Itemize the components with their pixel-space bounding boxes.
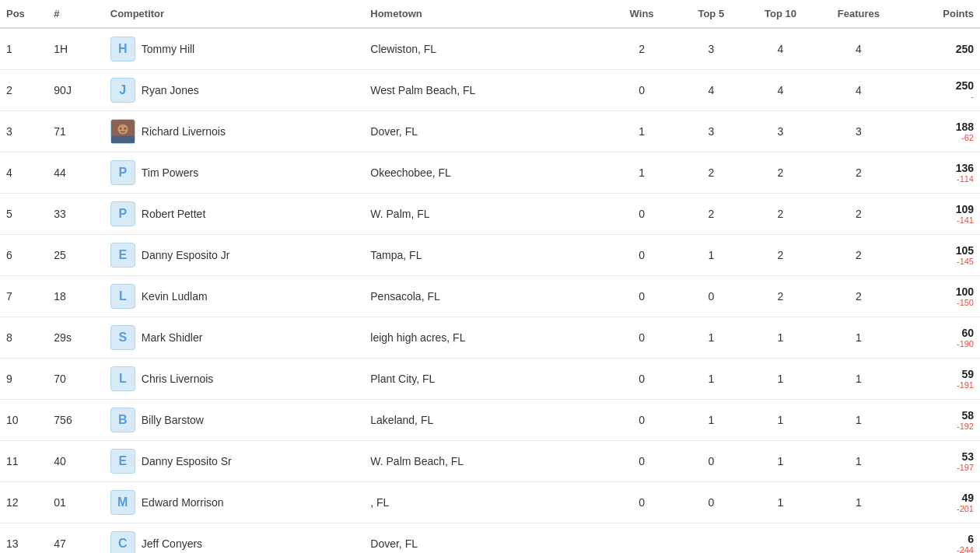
cell-num: 90J bbox=[47, 70, 103, 111]
cell-pos: 5 bbox=[0, 194, 47, 235]
table-row: 625EDanny Esposito JrTampa, FL0122105-14… bbox=[0, 235, 980, 276]
cell-top10: 2 bbox=[746, 152, 815, 194]
cell-pos: 6 bbox=[0, 235, 47, 276]
table-row: 1347CJeff ConyersDover, FL6-244 bbox=[0, 523, 980, 554]
cell-num: 756 bbox=[47, 400, 103, 441]
cell-top5: 1 bbox=[677, 235, 746, 276]
competitor-name: Robert Pettet bbox=[142, 208, 206, 220]
cell-pos: 11 bbox=[0, 441, 47, 482]
cell-top10: 2 bbox=[746, 276, 815, 317]
svg-point-1 bbox=[117, 124, 128, 135]
cell-top10: 1 bbox=[746, 441, 815, 482]
points-value: 105 bbox=[956, 244, 974, 257]
header-wins: Wins bbox=[607, 0, 676, 28]
cell-hometown: Dover, FL bbox=[364, 111, 607, 152]
points-diff: - bbox=[908, 92, 974, 101]
cell-num: 40 bbox=[47, 441, 103, 482]
cell-pos: 10 bbox=[0, 400, 47, 441]
cell-hometown: leigh high acres, FL bbox=[364, 317, 607, 359]
cell-wins: 0 bbox=[607, 400, 676, 441]
cell-features: 3 bbox=[815, 111, 902, 152]
table-row: 1140EDanny Esposito SrW. Palm Beach, FL0… bbox=[0, 441, 980, 482]
cell-points: 136-114 bbox=[902, 152, 980, 194]
avatar bbox=[110, 119, 135, 144]
competitor-name: Richard Livernois bbox=[142, 125, 226, 138]
cell-wins: 1 bbox=[607, 111, 676, 152]
cell-competitor: HTommy Hill bbox=[104, 28, 365, 70]
points-value: 49 bbox=[961, 492, 974, 504]
avatar: E bbox=[110, 243, 135, 268]
points-diff: -62 bbox=[908, 133, 974, 142]
cell-top5: 4 bbox=[677, 70, 746, 111]
cell-points: 250 bbox=[902, 28, 980, 70]
cell-competitor: PTim Powers bbox=[104, 152, 365, 194]
cell-top10: 1 bbox=[746, 482, 815, 523]
avatar: C bbox=[110, 531, 135, 553]
cell-features: 1 bbox=[815, 482, 902, 523]
avatar: S bbox=[110, 325, 135, 350]
cell-pos: 9 bbox=[0, 359, 47, 400]
cell-hometown: Dover, FL bbox=[364, 523, 607, 554]
cell-wins: 0 bbox=[607, 235, 676, 276]
cell-features: 2 bbox=[815, 194, 902, 235]
avatar: E bbox=[110, 449, 135, 474]
competitor-name: Kevin Ludlam bbox=[142, 290, 208, 303]
cell-top5: 2 bbox=[677, 194, 746, 235]
table-row: 290JJRyan JonesWest Palm Beach, FL044425… bbox=[0, 70, 980, 111]
points-diff: -145 bbox=[908, 257, 974, 266]
points-value: 136 bbox=[956, 162, 974, 174]
cell-wins bbox=[607, 523, 676, 554]
cell-points: 105-145 bbox=[902, 235, 980, 276]
cell-pos: 13 bbox=[0, 523, 47, 554]
avatar: L bbox=[110, 366, 135, 391]
cell-num: 1H bbox=[47, 28, 103, 70]
cell-wins: 0 bbox=[607, 276, 676, 317]
header-competitor: Competitor bbox=[104, 0, 365, 28]
cell-top5: 3 bbox=[677, 111, 746, 152]
cell-hometown: Plant City, FL bbox=[364, 359, 607, 400]
svg-rect-4 bbox=[111, 136, 135, 143]
svg-point-3 bbox=[124, 128, 125, 129]
cell-wins: 0 bbox=[607, 441, 676, 482]
header-num: # bbox=[47, 0, 103, 28]
cell-num: 33 bbox=[47, 194, 103, 235]
cell-num: 47 bbox=[47, 523, 103, 554]
cell-points: 250- bbox=[902, 70, 980, 111]
cell-pos: 8 bbox=[0, 317, 47, 359]
cell-top10: 4 bbox=[746, 70, 815, 111]
cell-points: 109-141 bbox=[902, 194, 980, 235]
cell-top10: 3 bbox=[746, 111, 815, 152]
cell-top5: 1 bbox=[677, 317, 746, 359]
cell-hometown: , FL bbox=[364, 482, 607, 523]
cell-features bbox=[815, 523, 902, 554]
competitor-name: Billy Barstow bbox=[142, 414, 204, 426]
competitor-name: Mark Shidler bbox=[142, 331, 203, 344]
standings-table: Pos # Competitor Hometown Wins Top 5 Top… bbox=[0, 0, 980, 553]
points-diff: -201 bbox=[908, 504, 974, 513]
cell-competitor: EDanny Esposito Jr bbox=[104, 235, 365, 276]
cell-num: 44 bbox=[47, 152, 103, 194]
points-diff: -114 bbox=[908, 174, 974, 184]
table-row: 718LKevin LudlamPensacola, FL0022100-150 bbox=[0, 276, 980, 317]
cell-competitor: PRobert Pettet bbox=[104, 194, 365, 235]
cell-hometown: Pensacola, FL bbox=[364, 276, 607, 317]
points-value: 188 bbox=[956, 121, 974, 133]
cell-competitor: EDanny Esposito Sr bbox=[104, 441, 365, 482]
cell-features: 2 bbox=[815, 152, 902, 194]
avatar: H bbox=[110, 37, 135, 61]
cell-wins: 2 bbox=[607, 28, 676, 70]
competitor-name: Ryan Jones bbox=[142, 84, 199, 96]
cell-top10: 2 bbox=[746, 194, 815, 235]
table-row: 10756BBilly BarstowLakeland, FL011158-19… bbox=[0, 400, 980, 441]
table-row: 444PTim PowersOkeechobee, FL1222136-114 bbox=[0, 152, 980, 194]
cell-top5: 3 bbox=[677, 28, 746, 70]
cell-competitor: MEdward Morrison bbox=[104, 482, 365, 523]
points-value: 250 bbox=[956, 79, 974, 92]
cell-hometown: Okeechobee, FL bbox=[364, 152, 607, 194]
cell-competitor: BBilly Barstow bbox=[104, 400, 365, 441]
header-features: Features bbox=[815, 0, 902, 28]
avatar: P bbox=[110, 201, 135, 226]
competitor-name: Danny Esposito Sr bbox=[142, 455, 232, 467]
points-value: 60 bbox=[961, 327, 974, 339]
cell-pos: 2 bbox=[0, 70, 47, 111]
